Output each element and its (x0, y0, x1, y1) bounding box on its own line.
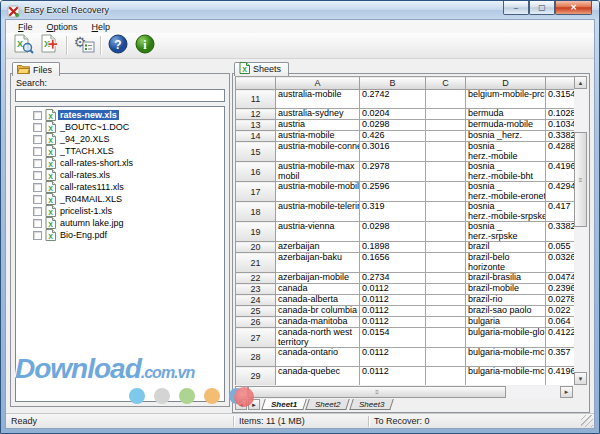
file-item[interactable]: X_BOUTC~1.DOC (16, 121, 224, 133)
grid-cell[interactable] (426, 367, 466, 386)
maximize-button[interactable]: ▢ (529, 1, 555, 15)
horizontal-scrollbar[interactable]: ◄ ≡ ► (235, 386, 573, 398)
column-header[interactable]: B (360, 77, 426, 90)
scroll-left-icon[interactable]: ◄ (235, 386, 248, 398)
menu-options[interactable]: Options (40, 22, 85, 32)
grid-cell[interactable]: bosnia _ herz.-mobile-bht (466, 162, 546, 182)
file-checkbox[interactable] (33, 183, 42, 192)
grid-cell[interactable]: 0.0112 (360, 284, 426, 295)
grid-cell[interactable] (426, 295, 466, 306)
grid-cell[interactable] (426, 90, 466, 109)
grid-cell[interactable]: austria-vienna (276, 222, 360, 242)
sheet-tab-sheet2[interactable]: Sheet2 (305, 399, 350, 410)
grid-cell[interactable]: belgium-mobile-prc (466, 90, 546, 109)
grid-cell[interactable]: canada-br columbia (276, 306, 360, 317)
grid-cell[interactable]: 0.4196 (546, 162, 578, 182)
grid-cell[interactable]: 0.426 (360, 131, 426, 142)
grid-cell[interactable]: 0.357 (546, 348, 578, 367)
grid-cell[interactable]: bosnia _ herz.-mobile-srpske (466, 202, 546, 222)
row-number[interactable]: 25 (236, 306, 276, 317)
grid-cell[interactable]: 0.1898 (360, 242, 426, 253)
file-checkbox[interactable] (33, 195, 42, 204)
grid-cell[interactable]: 0.0204 (360, 109, 426, 120)
grid-cell[interactable]: 0.1034 (546, 120, 578, 131)
file-item[interactable]: Xrates-new.xls (16, 109, 224, 121)
file-checkbox[interactable] (33, 111, 42, 120)
grid-cell[interactable] (426, 242, 466, 253)
column-header[interactable] (236, 77, 276, 90)
file-item[interactable]: XBio-Eng.pdf (16, 229, 224, 241)
row-number[interactable]: 19 (236, 222, 276, 242)
grid-cell[interactable]: 0.0298 (360, 222, 426, 242)
file-checkbox[interactable] (33, 231, 42, 240)
column-header[interactable]: D (466, 77, 546, 90)
file-item[interactable]: X_R04MAIL.XLS (16, 193, 224, 205)
file-checkbox[interactable] (33, 147, 42, 156)
vertical-scrollbar[interactable]: ▲ ≡ ▼ (574, 76, 587, 385)
file-item[interactable]: Xcall-rates-short.xls (16, 157, 224, 169)
grid-cell[interactable]: bosnia _ herz.-srpske (466, 222, 546, 242)
row-number[interactable]: 29 (236, 367, 276, 386)
search-input[interactable] (15, 89, 225, 102)
grid-cell[interactable]: 0.0474 (546, 273, 578, 284)
grid-cell[interactable]: 0.055 (546, 242, 578, 253)
grid-cell[interactable]: bulgaria (466, 317, 546, 328)
grid-cell[interactable]: brazil-brasilia (466, 273, 546, 284)
file-item[interactable]: Xpricelist-1.xls (16, 205, 224, 217)
grid-cell[interactable] (426, 120, 466, 131)
row-number[interactable]: 13 (236, 120, 276, 131)
vertical-scroll-thumb[interactable]: ≡ (574, 132, 587, 227)
grid-cell[interactable] (426, 253, 466, 273)
grid-cell[interactable] (426, 317, 466, 328)
tab-files[interactable]: Files (12, 62, 60, 76)
grid-cell[interactable] (426, 142, 466, 162)
grid-cell[interactable]: 0.3016 (360, 142, 426, 162)
grid-cell[interactable] (426, 222, 466, 242)
scroll-down-icon[interactable]: ▼ (574, 372, 587, 385)
grid-cell[interactable]: 0.0278 (546, 295, 578, 306)
file-checkbox[interactable] (33, 219, 42, 228)
row-number[interactable]: 28 (236, 348, 276, 367)
column-header[interactable] (546, 77, 578, 90)
grid-cell[interactable]: 0.064 (546, 317, 578, 328)
file-checkbox[interactable] (33, 123, 42, 132)
file-checkbox[interactable] (33, 135, 42, 144)
grid-cell[interactable]: australia-mobile (276, 90, 360, 109)
column-header[interactable]: A (276, 77, 360, 90)
grid-cell[interactable] (426, 284, 466, 295)
grid-cell[interactable]: austria-mobile (276, 131, 360, 142)
horizontal-scroll-thumb[interactable]: ≡ (248, 386, 506, 398)
scan-excel-file-button[interactable]: X (9, 34, 36, 58)
row-number[interactable]: 27 (236, 328, 276, 348)
sheet-tab-prev-button[interactable]: ◄ (235, 399, 247, 410)
row-number[interactable]: 20 (236, 242, 276, 253)
row-number[interactable]: 18 (236, 202, 276, 222)
file-item[interactable]: Xcall-rates.xls (16, 169, 224, 181)
recover-file-button[interactable]: X (36, 34, 63, 58)
grid-cell[interactable]: canada-north west territory (276, 328, 360, 348)
grid-cell[interactable]: 0.4196 (546, 367, 578, 386)
grid-cell[interactable]: canada (276, 284, 360, 295)
sheet-tab-next-button[interactable]: ► (248, 399, 260, 410)
grid-cell[interactable]: austria-mobile-max mobil (276, 162, 360, 182)
grid-cell[interactable]: bulgaria-mobile-mc (466, 367, 546, 386)
grid-cell[interactable]: 0.2978 (360, 162, 426, 182)
grid-cell[interactable]: 0.417 (546, 202, 578, 222)
grid-cell[interactable]: 0.022 (546, 306, 578, 317)
tab-sheets[interactable]: X Sheets (234, 62, 289, 76)
menu-file[interactable]: File (11, 22, 40, 32)
grid-cell[interactable]: 0.1656 (360, 253, 426, 273)
grid-cell[interactable]: 0.0112 (360, 295, 426, 306)
grid-cell[interactable]: 0.0326 (546, 253, 578, 273)
minimize-button[interactable]: – (503, 1, 529, 15)
grid-cell[interactable]: canada-ontario (276, 348, 360, 367)
grid-cell[interactable]: australia-sydney (276, 109, 360, 120)
grid-cell[interactable]: 0.1028 (546, 109, 578, 120)
row-number[interactable]: 15 (236, 142, 276, 162)
menu-help[interactable]: Help (85, 22, 118, 32)
grid-cell[interactable]: 0.2734 (360, 273, 426, 284)
grid-cell[interactable]: austria-mobile-mobilk (276, 182, 360, 202)
grid-cell[interactable]: brazil-mobile (466, 284, 546, 295)
scroll-up-icon[interactable]: ▲ (574, 76, 587, 89)
grid-cell[interactable]: 0.3382 (546, 131, 578, 142)
